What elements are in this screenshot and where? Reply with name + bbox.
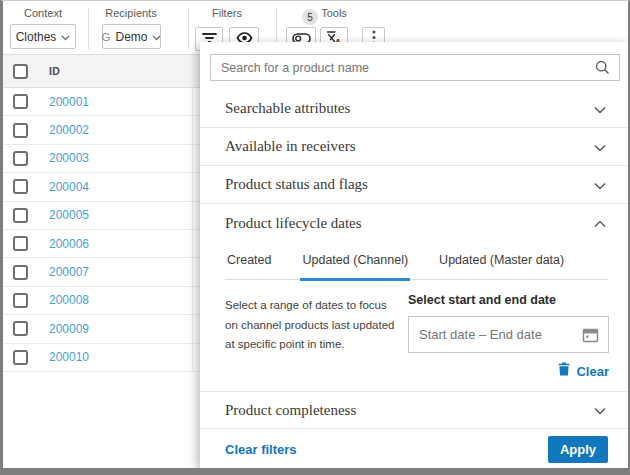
tab-updated-channel[interactable]: Updated (Channel) xyxy=(300,244,410,279)
table-row: 200006 xyxy=(3,230,200,258)
filter-count-badge: 5 xyxy=(302,9,318,25)
toolbar-divider xyxy=(88,8,89,49)
row-checkbox[interactable] xyxy=(13,293,28,308)
product-id-link[interactable]: 200001 xyxy=(49,95,89,109)
chevron-down-icon xyxy=(594,100,606,118)
table-row: 200005 xyxy=(3,202,200,230)
chevron-down-icon xyxy=(61,30,70,44)
row-checkbox[interactable] xyxy=(13,350,28,365)
toolbar-divider xyxy=(188,8,189,49)
clear-filters-link[interactable]: Clear filters xyxy=(225,442,297,457)
row-checkbox[interactable] xyxy=(13,179,28,194)
row-checkbox[interactable] xyxy=(13,321,28,336)
calendar-icon[interactable] xyxy=(582,327,608,343)
date-range-field xyxy=(408,316,609,353)
table-row: 200002 xyxy=(3,116,200,144)
table-row: 200010 xyxy=(3,344,200,372)
row-checkbox[interactable] xyxy=(13,236,28,251)
tab-created[interactable]: Created xyxy=(225,244,273,279)
apply-button[interactable]: Apply xyxy=(548,436,608,463)
filter-panel: Searchable attributes Available in recei… xyxy=(200,42,628,468)
product-id-link[interactable]: 200007 xyxy=(49,265,89,279)
product-table: ID 200001 200002 200003 200004 200005 20… xyxy=(3,55,200,372)
section-available-in-receivers[interactable]: Available in receivers xyxy=(200,128,628,166)
trash-icon xyxy=(558,362,570,380)
section-product-status-and-flags[interactable]: Product status and flags xyxy=(200,166,628,204)
table-row: 200008 xyxy=(3,287,200,315)
date-range-group: Select start and end date Clear xyxy=(408,293,609,380)
context-value: Clothes xyxy=(16,30,57,44)
lifecycle-tabs: Created Updated (Channel) Updated (Maste… xyxy=(225,244,608,280)
section-product-lifecycle-dates[interactable]: Product lifecycle dates xyxy=(200,204,628,242)
chevron-up-icon xyxy=(594,214,606,232)
search-input[interactable] xyxy=(211,61,595,75)
panel-footer: Clear filters Apply xyxy=(200,430,628,468)
product-id-link[interactable]: 200008 xyxy=(49,293,89,307)
recipients-label: Recipients xyxy=(100,7,162,19)
product-id-link[interactable]: 200002 xyxy=(49,123,89,137)
recipients-value: Demo xyxy=(115,30,147,44)
select-all-checkbox[interactable] xyxy=(13,64,28,79)
product-id-link[interactable]: 200003 xyxy=(49,151,89,165)
product-search xyxy=(210,54,620,81)
product-id-link[interactable]: 200010 xyxy=(49,350,89,364)
product-id-link[interactable]: 200005 xyxy=(49,208,89,222)
row-checkbox[interactable] xyxy=(13,208,28,223)
row-checkbox[interactable] xyxy=(13,123,28,138)
section-product-completeness[interactable]: Product completeness xyxy=(200,391,628,429)
chevron-down-icon xyxy=(594,176,606,194)
recipients-dropdown[interactable]: G Demo xyxy=(102,24,161,49)
table-header-row: ID xyxy=(3,55,200,88)
table-row: 200003 xyxy=(3,145,200,173)
recipient-avatar: G xyxy=(102,31,111,43)
row-checkbox[interactable] xyxy=(13,265,28,280)
row-checkbox[interactable] xyxy=(13,94,28,109)
chevron-down-icon xyxy=(152,30,161,44)
app-window: Context Clothes Recipients G Demo Filter… xyxy=(0,0,630,475)
product-id-link[interactable]: 200009 xyxy=(49,322,89,336)
id-column-header: ID xyxy=(37,65,60,77)
table-row: 200007 xyxy=(3,258,200,286)
clear-dates-button[interactable]: Clear xyxy=(408,362,609,380)
table-row: 200001 xyxy=(3,88,200,116)
filters-label: Filters xyxy=(195,7,259,19)
table-row: 200009 xyxy=(3,315,200,343)
context-label: Context xyxy=(10,7,76,19)
chevron-down-icon xyxy=(594,401,606,419)
context-dropdown[interactable]: Clothes xyxy=(10,24,76,49)
chevron-down-icon xyxy=(594,138,606,156)
product-id-link[interactable]: 200006 xyxy=(49,237,89,251)
section-searchable-attributes[interactable]: Searchable attributes xyxy=(200,90,628,128)
date-range-input[interactable] xyxy=(409,327,582,342)
tab-updated-master-data[interactable]: Updated (Master data) xyxy=(437,244,566,279)
search-icon[interactable] xyxy=(595,60,619,75)
product-id-link[interactable]: 200004 xyxy=(49,180,89,194)
table-row: 200004 xyxy=(3,173,200,201)
row-checkbox[interactable] xyxy=(13,151,28,166)
date-range-label: Select start and end date xyxy=(408,293,609,307)
lifecycle-description: Select a range of dates to focus on chan… xyxy=(225,296,397,355)
